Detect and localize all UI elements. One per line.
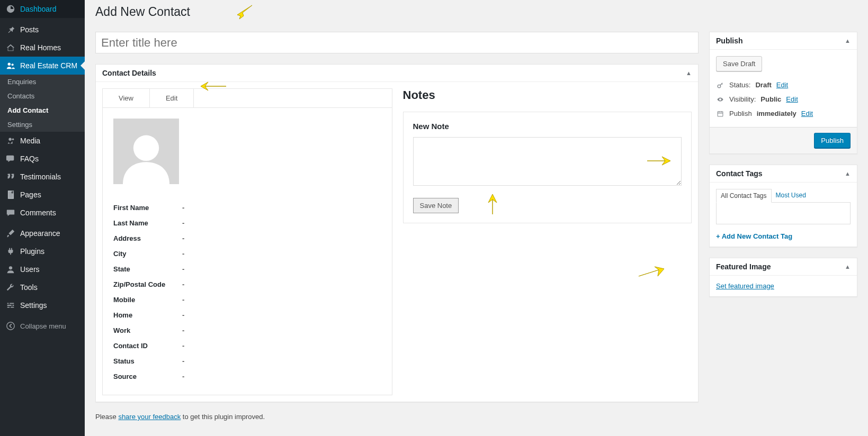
field-value: - (182, 326, 184, 334)
add-new-tag-link[interactable]: + Add New Contact Tag (716, 232, 792, 240)
collapse-icon (5, 321, 16, 331)
sidebar-item-label: Users (20, 265, 40, 274)
contact-view-card: View Edit First Name- Last Name- (102, 88, 392, 395)
save-note-button[interactable]: Save Note (413, 198, 459, 213)
sidebar-item-appearance[interactable]: Appearance (0, 224, 85, 242)
feedback-line: Please share your feedback to get this p… (95, 413, 699, 421)
post-title-input[interactable] (95, 32, 699, 53)
field-value: - (182, 250, 184, 258)
sidebar-item-posts[interactable]: Posts (0, 21, 85, 39)
key-icon (716, 81, 724, 89)
field-value: - (182, 311, 184, 319)
publish-button[interactable]: Publish (814, 133, 851, 148)
field-value: - (182, 219, 184, 227)
field-label: Status (113, 357, 182, 365)
sidebar-item-comments[interactable]: Comments (0, 204, 85, 222)
tag-list-panel (716, 202, 851, 224)
sidebar-item-wpsettings[interactable]: Settings (0, 296, 85, 314)
status-label: Status: (729, 81, 750, 89)
field-label: Contact ID (113, 342, 182, 350)
sidebar-submenu-recrm: Enquiries Contacts Add Contact Settings (0, 75, 85, 132)
svg-point-1 (12, 63, 14, 66)
sidebar-item-testimonials[interactable]: Testimonials (0, 168, 85, 186)
sidebar-item-label: Tools (20, 283, 38, 292)
home-icon (5, 43, 16, 52)
field-value: - (182, 373, 184, 380)
users-icon (5, 61, 16, 70)
subitem-enquiries[interactable]: Enquiries (0, 75, 85, 89)
subitem-add-contact[interactable]: Add Contact (0, 103, 85, 117)
edit-status-link[interactable]: Edit (776, 81, 788, 89)
visibility-value: Public (760, 95, 781, 103)
collapse-menu[interactable]: Collapse menu (0, 317, 85, 335)
svg-rect-8 (718, 111, 723, 116)
sidebar-item-plugins[interactable]: Plugins (0, 242, 85, 260)
notes-heading: Notes (403, 88, 692, 102)
subitem-contacts[interactable]: Contacts (0, 89, 85, 103)
sidebar-item-dashboard[interactable]: Dashboard (0, 0, 85, 18)
field-label: Last Name (113, 219, 182, 227)
sidebar-item-users[interactable]: Users (0, 260, 85, 278)
collapse-label: Collapse menu (20, 322, 66, 330)
sidebar-item-label: Comments (20, 208, 56, 217)
new-note-textarea[interactable] (413, 137, 682, 186)
tab-edit[interactable]: Edit (150, 89, 194, 107)
calendar-icon (716, 110, 724, 117)
sidebar-item-label: Real Estate CRM (20, 61, 77, 70)
sidebar-item-realhomes[interactable]: Real Homes (0, 39, 85, 57)
field-value: - (182, 234, 184, 242)
avatar (113, 119, 179, 184)
comment-icon (5, 208, 16, 217)
notes-column: Notes New Note Save Note (403, 88, 692, 395)
sidebar-item-recrm[interactable]: Real Estate CRM (0, 57, 85, 75)
field-label: First Name (113, 204, 182, 212)
quote-icon (5, 172, 16, 181)
subitem-settings[interactable]: Settings (0, 117, 85, 132)
sidebar-item-label: Testimonials (20, 172, 61, 181)
contact-details-box: Contact Details ▲ View Edit (95, 64, 699, 402)
toggle-panel-icon[interactable]: ▲ (845, 264, 851, 270)
svg-point-6 (133, 135, 159, 161)
svg-point-4 (9, 266, 12, 269)
svg-point-5 (7, 322, 14, 330)
sidebar-item-label: Pages (20, 190, 41, 199)
edit-schedule-link[interactable]: Edit (801, 110, 813, 117)
toggle-panel-icon[interactable]: ▲ (686, 70, 692, 76)
field-label: Source (113, 373, 182, 380)
field-label: Address (113, 234, 182, 242)
sidebar-item-label: Media (20, 137, 40, 145)
tag-tab-all[interactable]: All Contact Tags (716, 189, 772, 203)
contact-details-heading: Contact Details (102, 69, 156, 77)
field-value: - (182, 265, 184, 273)
field-label: Home (113, 311, 182, 319)
tag-tab-most-used[interactable]: Most Used (772, 189, 810, 203)
schedule-label: Publish (729, 110, 752, 117)
admin-sidebar: Dashboard Posts Real Homes Real Estate C… (0, 0, 85, 436)
chat-icon (5, 154, 16, 164)
sidebar-item-faqs[interactable]: FAQs (0, 150, 85, 168)
edit-visibility-link[interactable]: Edit (786, 95, 798, 103)
sliders-icon (5, 301, 16, 310)
page-icon (5, 190, 16, 199)
sidebar-item-label: Posts (20, 25, 39, 34)
pin-icon (5, 25, 16, 34)
sidebar-item-label: FAQs (20, 155, 39, 163)
sidebar-item-pages[interactable]: Pages (0, 186, 85, 204)
eye-icon (716, 96, 724, 103)
dashboard-icon (5, 4, 16, 14)
set-featured-image-link[interactable]: Set featured image (716, 282, 774, 290)
sidebar-item-tools[interactable]: Tools (0, 278, 85, 296)
svg-point-0 (8, 63, 11, 66)
visibility-label: Visibility: (729, 95, 756, 103)
toggle-panel-icon[interactable]: ▲ (845, 38, 851, 44)
feedback-link[interactable]: share your feedback (118, 413, 181, 421)
page-title: Add New Contact (95, 0, 857, 21)
toggle-panel-icon[interactable]: ▲ (845, 170, 851, 177)
contact-fields: First Name- Last Name- Address- City- St… (113, 200, 381, 384)
save-draft-button[interactable]: Save Draft (716, 56, 762, 71)
contact-tags-box: Contact Tags ▲ All Contact Tags Most Use… (709, 165, 857, 247)
sidebar-item-media[interactable]: Media (0, 132, 85, 150)
tab-view[interactable]: View (103, 89, 150, 107)
field-value: - (182, 342, 184, 350)
field-value: - (182, 280, 184, 288)
